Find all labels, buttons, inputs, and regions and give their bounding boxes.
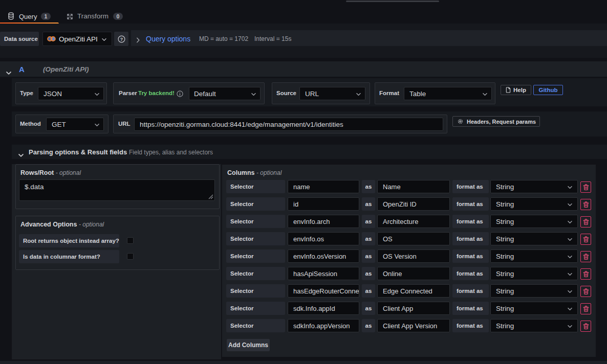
svg-text:?: ? [120, 36, 122, 41]
